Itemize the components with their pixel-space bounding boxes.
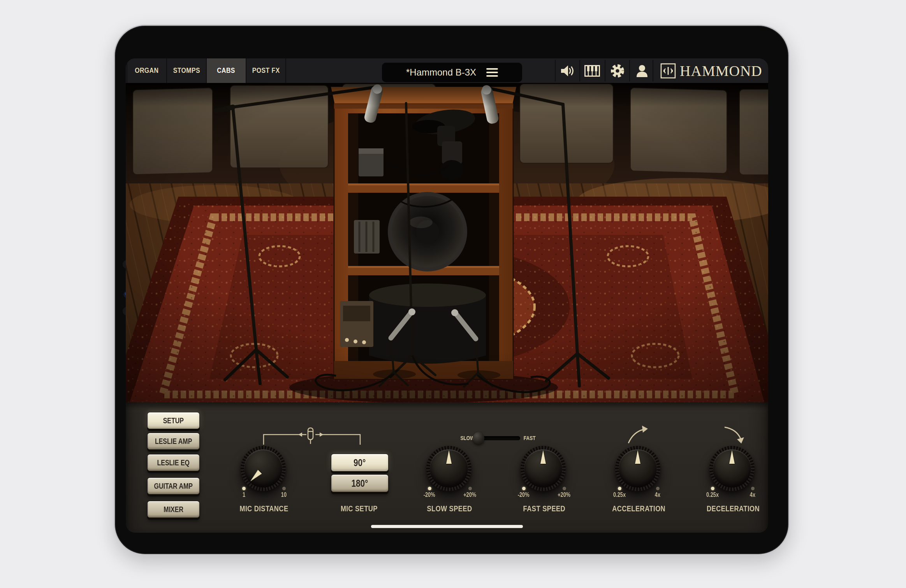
mic-distance-min: 1: [227, 487, 260, 498]
panel-button-mixer[interactable]: MIXER: [147, 501, 200, 518]
deceleration-knob[interactable]: [709, 446, 755, 491]
acceleration-label: ACCELERATION: [588, 504, 690, 513]
hammond-logo: HAMMOND: [660, 58, 762, 83]
speed-switch-knob[interactable]: [473, 432, 484, 444]
account-button[interactable]: [630, 58, 654, 83]
account-person-icon: [635, 64, 649, 78]
slow-speed-label: SLOW SPEED: [399, 504, 500, 513]
preset-title: *Hammond B-3X: [406, 67, 476, 78]
mic-distance-knob[interactable]: [241, 446, 286, 491]
panel-button-setup[interactable]: SETUP: [147, 412, 200, 429]
settings-gear-icon: [610, 63, 625, 79]
slow-speed-min: -20%: [413, 487, 446, 498]
knob-pointer: [248, 470, 262, 484]
app-screen: ORGAN STOMPS CABS POST FX *Hammond B-3X: [126, 58, 768, 533]
acceleration-knob[interactable]: [615, 446, 660, 491]
tab-stomps[interactable]: STOMPS: [167, 58, 207, 83]
fast-speed-label: FAST SPEED: [494, 504, 595, 513]
keyboard-icon: [584, 65, 600, 77]
fast-speed-min: -20%: [507, 487, 540, 498]
settings-button[interactable]: [605, 58, 630, 83]
knob-pointer: [446, 450, 452, 464]
keyboard-button[interactable]: [580, 58, 604, 83]
knob-pointer: [635, 450, 640, 464]
fast-speed-max: +20%: [548, 487, 581, 498]
volume-icon: [560, 64, 575, 77]
acceleration-min: 0.25x: [603, 487, 636, 498]
mic-setup-90-button[interactable]: 90°: [331, 454, 389, 472]
mic-distance-max: 10: [267, 487, 300, 498]
acceleration-icon: [626, 425, 650, 445]
tab-cabs[interactable]: CABS: [207, 58, 246, 83]
hammond-logo-icon: [660, 63, 676, 79]
mic-setup-180-button[interactable]: 180°: [331, 474, 389, 492]
mic-setup-label: MIC SETUP: [308, 504, 410, 513]
acceleration-max: 4x: [641, 487, 674, 498]
hammond-logo-text: HAMMOND: [680, 62, 762, 79]
knob-pointer: [729, 450, 735, 464]
fast-speed-knob[interactable]: [521, 446, 566, 491]
preset-menu-icon[interactable]: [486, 68, 498, 77]
tab-organ[interactable]: ORGAN: [127, 58, 167, 83]
volume-button[interactable]: [556, 58, 580, 83]
ipad-device-frame: ORGAN STOMPS CABS POST FX *Hammond B-3X: [114, 25, 790, 555]
deceleration-label: DECELERATION: [683, 504, 768, 513]
panel-button-leslie-amp[interactable]: LESLIE AMP: [147, 433, 200, 450]
rotor-speed-switch[interactable]: SLOW FAST: [459, 431, 537, 445]
slow-speed-max: +20%: [454, 487, 486, 498]
panel-button-guitar-amp[interactable]: GUITAR AMP: [147, 477, 200, 495]
deceleration-icon: [721, 425, 745, 445]
knob-pointer: [540, 450, 546, 464]
panel-button-leslie-eq[interactable]: LESLIE EQ: [147, 454, 200, 471]
top-bar: ORGAN STOMPS CABS POST FX *Hammond B-3X: [126, 58, 768, 83]
preset-selector[interactable]: *Hammond B-3X: [382, 63, 522, 82]
home-indicator[interactable]: [371, 525, 523, 528]
deceleration-max: 4x: [736, 487, 768, 498]
mic-distance-diagram: [258, 426, 367, 446]
desktop-background: ORGAN STOMPS CABS POST FX *Hammond B-3X: [0, 0, 906, 588]
speed-switch-fast-label: FAST: [522, 435, 537, 441]
slow-speed-knob[interactable]: [426, 446, 471, 491]
tab-post-fx[interactable]: POST FX: [246, 58, 286, 83]
deceleration-min: 0.25x: [696, 487, 729, 498]
mic-distance-label: MIC DISTANCE: [213, 504, 315, 513]
main-tabs: ORGAN STOMPS CABS POST FX: [127, 58, 286, 83]
studio-scene-image[interactable]: [126, 83, 768, 402]
